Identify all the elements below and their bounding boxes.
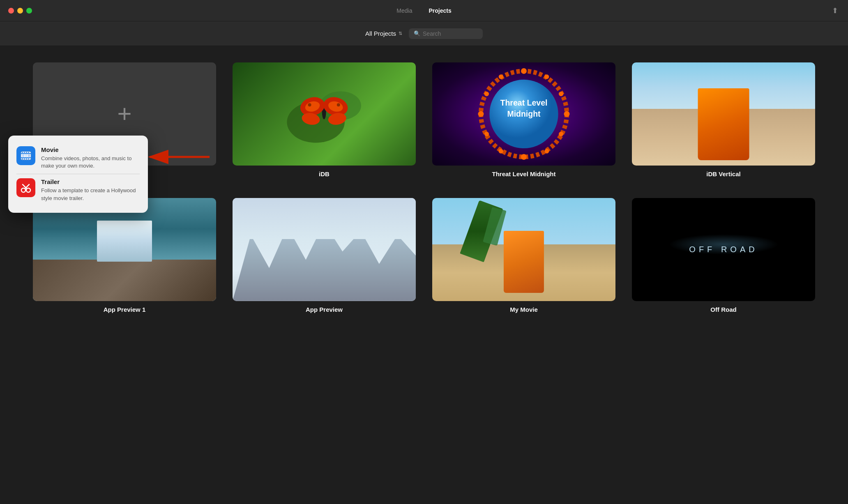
waterfall-stream [97,221,152,262]
orange-cup [698,88,749,161]
my-movie-label: My Movie [510,306,538,313]
snowy-thumb-bg [233,198,416,301]
svg-rect-31 [22,152,23,153]
svg-point-14 [559,92,563,96]
svg-point-17 [544,149,549,153]
idb-vertical-thumb-bg [632,62,815,166]
svg-point-21 [478,111,484,117]
plus-icon: + [117,101,131,126]
trailer-icon-bg [16,178,35,197]
project-card-app-preview-1[interactable]: App Preview 1 [33,198,216,313]
svg-point-19 [499,149,503,153]
project-card-app-preview[interactable]: App Preview [233,198,416,313]
threat-label: Threat Level Midnight [492,170,555,177]
svg-point-15 [564,111,570,117]
search-input[interactable] [423,30,472,37]
svg-point-10 [337,103,340,106]
svg-rect-35 [22,159,23,159]
threat-decoration-svg: Threat Level Midnight [432,62,615,166]
share-icon: ⬆ [832,6,838,15]
movie-icon-bg [16,146,35,165]
share-button[interactable]: ⬆ [830,6,840,16]
svg-text:Midnight: Midnight [507,109,541,118]
search-box[interactable]: 🔍 [409,28,483,39]
svg-rect-37 [26,159,27,159]
threat-thumbnail: Threat Level Midnight [432,62,615,166]
off-road-text: OFF ROAD [689,245,758,254]
svg-rect-29 [21,153,31,154]
movie-popup-text: Movie Combine videos, photos, and music … [41,146,140,170]
svg-point-16 [559,132,563,136]
off-road-label: Off Road [710,306,736,313]
movie-icon [20,150,32,161]
titlebar: Media Projects ⬆ [0,0,848,21]
svg-rect-40 [25,154,27,157]
movie-title: Movie [41,146,140,153]
waterfall-thumb-bg [33,198,216,301]
app-preview-label: App Preview [306,306,343,313]
traffic-lights [8,8,32,14]
idb-vertical-thumbnail [632,62,815,166]
search-icon: 🔍 [414,30,420,37]
project-card-threat[interactable]: Threat Level Midnight Threat Level Midni… [432,62,615,177]
chevron-updown-icon: ⇅ [399,31,402,36]
popup-trailer-item[interactable]: Trailer Follow a template to create a Ho… [16,174,140,206]
threat-thumb-bg: Threat Level Midnight [432,62,615,166]
project-card-my-movie[interactable]: My Movie [432,198,615,313]
idb-vertical-label: iDB Vertical [706,170,740,177]
titlebar-tabs: Media Projects [393,6,454,16]
svg-point-23 [499,74,503,79]
my-movie-thumbnail [432,198,615,301]
svg-rect-36 [24,159,25,159]
svg-point-22 [484,92,489,96]
butterfly-svg [242,73,406,155]
off-road-thumbnail: OFF ROAD [632,198,815,301]
beach-cup-thumb-bg [432,198,615,301]
tab-media[interactable]: Media [393,6,415,16]
trailer-title: Trailer [41,178,140,185]
all-projects-label: All Projects [365,30,396,37]
off-road-thumb-bg: OFF ROAD [632,198,815,301]
trailer-description: Follow a template to create a Hollywood … [41,187,140,202]
svg-rect-38 [28,159,29,159]
trailer-icon [20,182,32,193]
tab-projects[interactable]: Projects [425,6,454,16]
trailer-popup-text: Trailer Follow a template to create a Ho… [41,178,140,202]
popup-movie-item[interactable]: Movie Combine videos, photos, and music … [16,142,140,174]
svg-rect-39 [22,154,24,157]
minimize-button[interactable] [17,8,23,14]
maximize-button[interactable] [26,8,32,14]
close-button[interactable] [8,8,14,14]
svg-rect-32 [24,152,25,153]
svg-rect-30 [21,157,31,158]
movie-description: Combine videos, photos, and music to mak… [41,155,140,170]
app-preview-1-label: App Preview 1 [104,306,146,313]
svg-rect-33 [26,152,27,153]
new-project-popup: Movie Combine videos, photos, and music … [8,136,148,213]
svg-point-13 [544,74,549,79]
svg-text:Threat Level: Threat Level [500,98,548,107]
idb-thumbnail [233,62,416,166]
toolbar: All Projects ⇅ 🔍 [0,21,848,46]
svg-rect-41 [28,154,30,157]
all-projects-dropdown[interactable]: All Projects ⇅ [365,30,402,37]
snowy-sky [233,198,416,239]
beach-cup-orange [504,231,544,293]
svg-point-12 [521,68,527,74]
project-card-idb[interactable]: iDB [233,62,416,177]
svg-point-9 [308,103,311,106]
waterfall-pool [51,265,198,296]
svg-point-20 [484,132,489,136]
project-card-idb-vertical[interactable]: iDB Vertical [632,62,815,177]
svg-rect-34 [28,152,29,153]
app-preview-thumbnail [233,198,416,301]
idb-thumb-bg [233,62,416,166]
idb-label: iDB [319,170,330,177]
app-preview-1-thumbnail [33,198,216,301]
project-card-off-road[interactable]: OFF ROAD Off Road [632,198,815,313]
svg-point-18 [521,154,527,160]
